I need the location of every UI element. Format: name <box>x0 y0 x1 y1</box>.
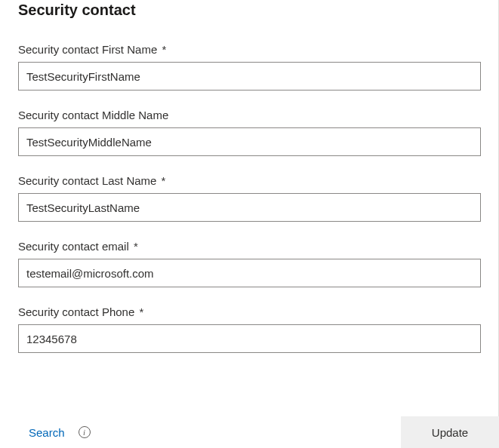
label-email-text: Security contact email <box>18 240 129 253</box>
label-middle-name-text: Security contact Middle Name <box>18 109 168 121</box>
security-contact-form: Security contact Security contact First … <box>0 0 499 353</box>
input-middle-name[interactable] <box>18 127 481 156</box>
input-last-name[interactable] <box>18 193 481 222</box>
field-group-first-name: Security contact First Name * <box>18 43 481 91</box>
label-phone: Security contact Phone * <box>18 305 481 318</box>
label-middle-name: Security contact Middle Name <box>18 109 481 121</box>
label-last-name-text: Security contact Last Name <box>18 174 156 187</box>
label-first-name-text: Security contact First Name <box>18 43 157 56</box>
field-group-phone: Security contact Phone * <box>18 305 481 353</box>
field-group-middle-name: Security contact Middle Name <box>18 109 481 156</box>
left-actions: Search i <box>29 426 91 439</box>
label-email: Security contact email * <box>18 240 481 253</box>
search-link[interactable]: Search <box>29 426 65 439</box>
input-first-name[interactable] <box>18 62 481 91</box>
info-icon[interactable]: i <box>79 426 91 438</box>
required-indicator: * <box>139 305 143 318</box>
required-indicator: * <box>162 174 166 187</box>
label-first-name: Security contact First Name * <box>18 43 481 56</box>
required-indicator: * <box>162 43 166 56</box>
input-phone[interactable] <box>18 324 481 353</box>
update-button[interactable]: Update <box>401 416 499 448</box>
label-phone-text: Security contact Phone <box>18 305 134 318</box>
section-heading: Security contact <box>18 0 481 19</box>
required-indicator: * <box>134 240 138 253</box>
input-email[interactable] <box>18 259 481 287</box>
label-last-name: Security contact Last Name * <box>18 174 481 187</box>
bottom-action-bar: Search i Update <box>0 416 499 448</box>
field-group-last-name: Security contact Last Name * <box>18 174 481 222</box>
field-group-email: Security contact email * <box>18 240 481 287</box>
